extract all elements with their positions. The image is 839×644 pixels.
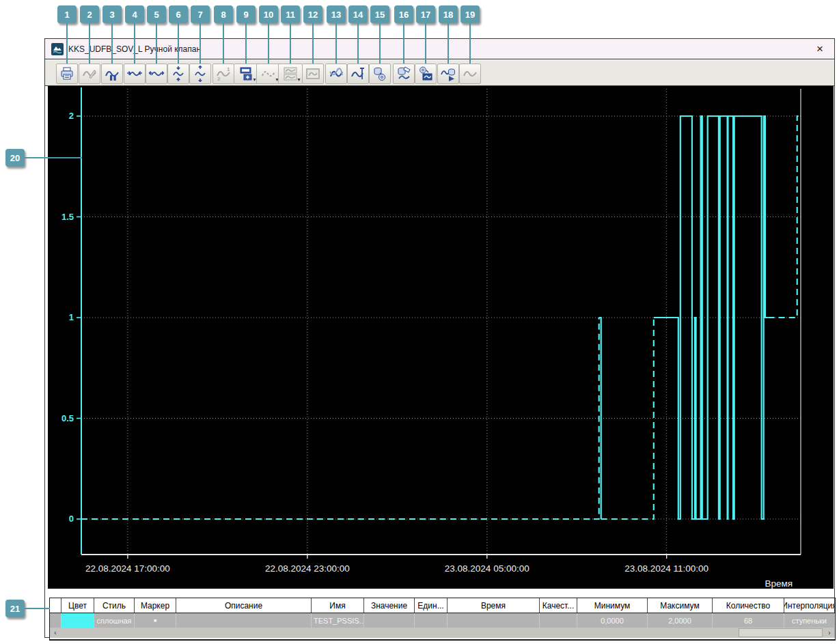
trend-plot[interactable]: 00.511.5222.08.2024 17:00:0022.08.2024 2… [48,86,834,589]
scale-half-icon: 12 [215,66,232,82]
callout-leader-line [134,23,135,64]
callout-badge-4: 4 [125,5,144,23]
callout-badge-12: 12 [303,5,322,23]
column-header-Описание[interactable]: Описание [176,598,312,613]
callout-badge-10: 10 [259,5,278,23]
x-tick-label: 22.08.2024 23:00:00 [265,563,350,574]
scrollbar-thumb[interactable] [739,628,823,637]
callout-leader-line [379,23,381,64]
column-header-Един...[interactable]: Един... [415,598,448,613]
page: KKS_UDFB_SOV_L Ручной клапан × 12▼▼▼ 00.… [0,0,839,644]
callout-badge-19: 19 [460,5,480,23]
column-header-Минимум[interactable]: Минимум [577,598,648,613]
compress-value-axis-button[interactable] [167,64,189,84]
callout-badge-3: 3 [102,5,122,23]
marker-cursor-button[interactable] [347,64,369,84]
scroll-right-button[interactable]: › [824,628,835,638]
pane-layout-button: ▼ [278,64,303,84]
column-header-Имя[interactable]: Имя [312,598,364,613]
column-header-Максимум[interactable]: Максимум [648,598,713,613]
description-cell [176,613,312,628]
x-tick-label: 23.08.2024 05:00:00 [445,563,529,574]
callout-badge-14: 14 [348,5,368,23]
single-pane-icon [305,66,321,82]
callout-leader-line [335,23,337,64]
export-archive-button[interactable] [369,64,391,84]
clear-archive-button[interactable] [393,64,415,84]
curve-style-button: ▼ [256,64,281,84]
smooth-curve-button [459,64,481,84]
callout-badge-11: 11 [281,5,300,23]
add-pane-button[interactable]: ▼ [234,64,258,84]
trend-chart[interactable]: 00.511.5222.08.2024 17:00:0022.08.2024 2… [48,86,834,589]
close-button[interactable]: × [812,42,827,57]
callout-badge-15: 15 [370,5,389,23]
expand-time-axis-button[interactable] [146,64,167,84]
expand-value-axis-button[interactable] [189,64,211,84]
table-header-row: ЦветСтильМаркерОписаниеИмяЗначениеЕдин..… [50,598,835,613]
edit-curve-icon [81,66,98,82]
pause-trend-button[interactable] [101,64,123,84]
callout-leader-line [223,23,224,64]
clear-archive-icon [396,66,412,82]
callout-leader-line [245,23,247,64]
callout-leader-line [403,23,404,64]
min-cell: 0,0000 [577,613,648,628]
svg-text:2: 2 [217,76,221,82]
name-cell: TEST_PSSIS... [312,613,364,628]
callout-leader-line [425,23,426,64]
callout-leader-line [268,23,269,64]
load-archive-button[interactable] [415,64,437,84]
y-tick-label: 1.5 [61,212,74,222]
callout-leader-line [448,23,449,64]
expand-time-axis-icon [148,66,165,82]
callout-badge-13: 13 [327,5,346,23]
toolbar: 12▼▼▼ [45,60,834,86]
callout-leader-line [25,608,50,609]
column-header-Цвет[interactable]: Цвет [61,598,94,613]
callout-badge-21: 21 [5,600,25,617]
column-header-selector[interactable] [50,598,61,613]
callout-badge-1: 1 [57,5,77,23]
print-icon [59,66,75,82]
count-cell: 68 [713,613,784,628]
callout-badge-18: 18 [439,5,458,23]
svg-text:1: 1 [227,66,230,72]
callout-leader-line [469,23,471,64]
horizontal-scrollbar[interactable]: ‹ › [50,628,835,638]
max-cell: 2,0000 [648,613,713,628]
scroll-left-button[interactable]: ‹ [50,628,61,638]
callout-leader-line [156,23,157,64]
column-header-Интерполяция[interactable]: Интерполяция [784,598,835,613]
dropdown-arrow-icon: ▼ [297,77,301,82]
column-header-Маркер[interactable]: Маркер [135,598,176,613]
column-header-Стиль[interactable]: Стиль [94,598,135,613]
overlay-curves-button[interactable] [325,64,347,84]
callout-badge-5: 5 [147,5,166,23]
callout-leader-line [312,23,314,64]
compress-time-axis-button[interactable] [124,64,146,84]
callout-badge-7: 7 [191,5,210,23]
playback-data-button[interactable] [437,64,459,84]
callout-leader-line [357,23,359,64]
playback-data-icon [440,66,456,82]
print-button[interactable] [56,64,78,84]
callout-badge-20: 20 [5,149,25,167]
window-titlebar[interactable]: KKS_UDFB_SOV_L Ручной клапан × [45,39,834,59]
column-header-Количество[interactable]: Количество [713,598,784,613]
table-row[interactable]: сплошная■TEST_PSSIS...0,00002,000068ступ… [50,613,835,628]
column-header-Время[interactable]: Время [448,598,540,613]
column-header-Качест...[interactable]: Качест... [540,598,577,613]
callout-leader-line [111,23,113,64]
color-swatch-cell [61,613,94,628]
edit-curve-button [79,64,100,84]
load-archive-icon [417,66,434,82]
callout-leader-line [25,157,82,158]
column-header-Значение[interactable]: Значение [364,598,415,613]
x-tick-label: 22.08.2024 17:00:00 [85,563,170,574]
callout-badge-16: 16 [394,5,413,23]
callout-leader-line [66,23,68,64]
callout-leader-line [89,23,90,64]
x-tick-label: 23.08.2024 11:00:00 [624,563,709,574]
y-tick-label: 2 [69,111,74,121]
